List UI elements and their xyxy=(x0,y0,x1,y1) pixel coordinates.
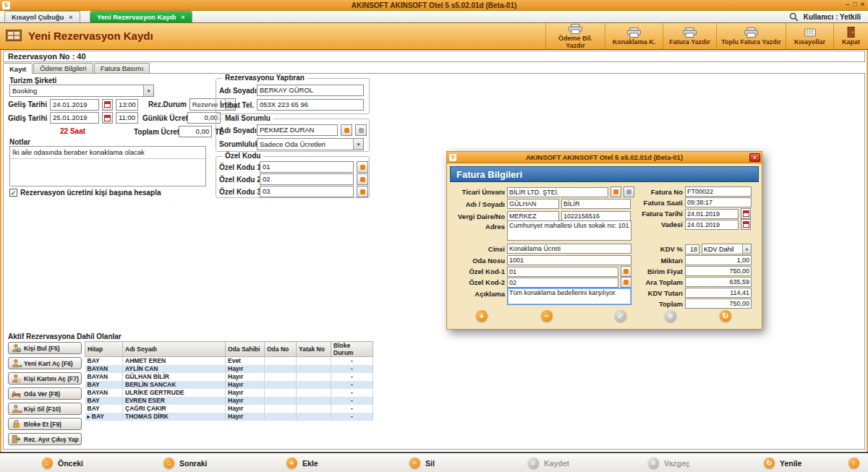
invoice-code2-lookup-button[interactable] xyxy=(621,277,631,288)
tax-office-input[interactable]: MERKEZ xyxy=(507,211,559,221)
shortcuts-button[interactable]: Kısayollar xyxy=(786,23,833,49)
print-accommodation-card-button[interactable]: Konaklama K. xyxy=(605,23,663,49)
item-type-input[interactable]: Konaklama Ücreti xyxy=(507,244,631,254)
print-bulk-invoice-button[interactable]: Toplu Fatura Yazdır xyxy=(716,23,786,49)
printer-icon xyxy=(569,24,582,34)
guest-row[interactable]: BAYBERLİN SANCAKHayır- xyxy=(85,381,373,389)
code2-lookup-button[interactable] xyxy=(357,173,368,185)
code3-lookup-button[interactable] xyxy=(357,186,368,197)
maximize-button[interactable]: □ xyxy=(853,1,856,8)
invoice-code1-input[interactable]: 01 xyxy=(507,267,618,277)
print-invoice-button[interactable]: Fatura Yazdır xyxy=(663,23,716,49)
minimize-button[interactable]: – xyxy=(846,1,849,8)
tab-fatura-basimi[interactable]: Fatura Basımı xyxy=(94,63,150,73)
dialog-close-button[interactable]: × xyxy=(749,153,760,162)
delete-person-button[interactable]: × Kişi Sil (F10) xyxy=(8,403,82,415)
booker-name-input[interactable]: BERKAY GÜROL xyxy=(257,85,364,96)
guest-row[interactable]: BAYANAYLİN CANHayır- xyxy=(85,365,373,373)
add-button[interactable]: + Ekle xyxy=(286,458,318,468)
total-input[interactable]: 750,00 xyxy=(685,299,752,309)
person-lookup-button[interactable] xyxy=(341,124,352,136)
room-number-input[interactable]: 1001 xyxy=(507,255,631,265)
print-payment-info-button[interactable]: Ödeme Bil. Yazdır xyxy=(545,23,605,49)
address-field[interactable]: Cumhuriyet mahallesi Ulus sokak no: 101 xyxy=(507,220,631,241)
company-lookup-button[interactable] xyxy=(610,186,621,197)
open-person-card-button[interactable]: Kişi Kartını Aç (F7) xyxy=(8,372,82,385)
due-date-calendar-button[interactable] xyxy=(741,219,751,230)
tab-odeme-bilgileri[interactable]: Ödeme Bilgileri xyxy=(33,63,93,73)
invoice-first-name-input[interactable]: GÜLHAN xyxy=(507,199,559,209)
vat-mode-select[interactable]: KDV Dahil ▾ xyxy=(702,244,752,254)
tax-number-input[interactable]: 1022156516 xyxy=(561,211,631,221)
vat-amount-input[interactable]: 114,41 xyxy=(685,288,752,298)
split-checkout-button[interactable]: Rez. Ayır Çıkış Yap xyxy=(8,433,82,445)
dialog-add-button[interactable]: + xyxy=(476,310,488,322)
special-code1-input[interactable]: 01 xyxy=(260,161,354,173)
unit-price-input[interactable]: 750,00 xyxy=(685,266,752,276)
per-person-checkbox[interactable]: ✓ xyxy=(9,189,17,197)
column-header[interactable]: Bloke Durum xyxy=(331,342,373,357)
column-header[interactable]: Hitap xyxy=(85,342,123,357)
refresh-button[interactable]: ↻ Yenile xyxy=(764,458,801,468)
tab-close-icon[interactable]: × xyxy=(69,14,72,21)
tab-close-icon[interactable]: × xyxy=(181,14,184,21)
close-button[interactable]: × xyxy=(861,1,864,8)
tab-kayit[interactable]: Kayıt xyxy=(3,63,33,74)
booker-phone-input[interactable]: 053X 223 65 96 xyxy=(257,99,364,111)
vat-rate-input[interactable]: 18 xyxy=(685,244,699,254)
next-button[interactable]: → Sonraki xyxy=(163,458,208,468)
invoice-no-input[interactable]: FT00022 xyxy=(685,186,752,197)
quantity-input[interactable]: 1,00 xyxy=(685,255,752,265)
due-date-input[interactable]: 24.01.2019 xyxy=(685,220,739,230)
company-clear-button[interactable] xyxy=(624,186,634,197)
checkin-time-input[interactable]: 13:00 xyxy=(116,99,138,111)
assign-room-button[interactable]: Oda Ver (F8) xyxy=(8,387,82,400)
checkin-calendar-button[interactable] xyxy=(102,99,113,111)
subtotal-input[interactable]: 635,59 xyxy=(685,277,752,287)
responsible-name-input[interactable]: PEKMEZ DURAN xyxy=(257,124,338,136)
column-header[interactable]: Oda Sahibi xyxy=(226,342,265,357)
scroll-top-button[interactable]: ↑ xyxy=(848,458,859,468)
invoice-date-calendar-button[interactable] xyxy=(741,208,751,219)
person-clear-button[interactable] xyxy=(355,124,367,136)
special-code3-input[interactable]: 03 xyxy=(260,186,354,197)
tab-yeni-rezervasyon[interactable]: Yeni Rezervasyon Kaydı × xyxy=(90,11,192,22)
block-button[interactable]: Bloke Et (F9) xyxy=(8,418,82,430)
dialog-delete-button[interactable]: − xyxy=(541,310,553,322)
column-header[interactable]: Adı Soyadı xyxy=(123,342,226,357)
checkin-date-input[interactable]: 24.01.2019 xyxy=(50,99,99,111)
column-header[interactable]: Yatak No xyxy=(297,342,331,357)
checkout-calendar-button[interactable] xyxy=(102,112,113,124)
checkout-time-input[interactable]: 11:00 xyxy=(116,112,138,124)
code1-lookup-button[interactable] xyxy=(357,161,368,173)
column-header[interactable]: Oda No xyxy=(265,342,297,357)
previous-button[interactable]: ← Önceki xyxy=(42,458,83,468)
total-rate-input[interactable]: 0,00 xyxy=(179,126,212,137)
guest-row[interactable]: BAYÇAĞRI ÇAKIRHayır- xyxy=(85,405,373,413)
notes-field[interactable]: İki aile odasında beraber konaklama olac… xyxy=(9,146,206,186)
description-field[interactable]: Tüm konaklama bedellerini karşılıyor. xyxy=(507,288,631,305)
checkout-date-input[interactable]: 25.01.2019 xyxy=(50,112,99,124)
close-page-button[interactable]: Kapat xyxy=(833,23,868,49)
invoice-code2-input[interactable]: 02 xyxy=(507,278,618,288)
button-label: Sonraki xyxy=(179,459,208,468)
dialog-refresh-button[interactable]: ↻ xyxy=(720,310,731,322)
find-person-button[interactable]: Kişi Bul (F5) xyxy=(8,342,82,354)
new-card-button[interactable]: + Yeni Kart Aç (F6) xyxy=(8,357,82,369)
guest-row[interactable]: BAYANULRİKE GERTRUDEHayır- xyxy=(85,389,373,397)
tab-kisayol-cubugu[interactable]: Kısayol Çubuğu × xyxy=(4,11,80,22)
search-icon[interactable] xyxy=(789,12,799,22)
guest-row[interactable]: BAYAHMET ERENEvet- xyxy=(85,357,373,365)
guest-row[interactable]: BAYEVREN ESERHayır- xyxy=(85,397,373,405)
invoice-code1-lookup-button[interactable] xyxy=(621,266,631,277)
agency-select[interactable]: Booking ▾ xyxy=(9,85,154,97)
invoice-date-input[interactable]: 24.01.2019 xyxy=(685,209,739,219)
company-title-input[interactable]: BİLİR LTD. ŞTEİ. xyxy=(507,187,608,197)
guest-row[interactable]: BAYANGÜLHAN BİLİRHayır- xyxy=(85,373,373,381)
responsibility-select[interactable]: Sadece Oda Ücretleri ▾ xyxy=(257,138,364,150)
delete-button[interactable]: − Sil xyxy=(409,458,435,468)
guest-row[interactable]: BAYTHOMAS DİRKHayır- xyxy=(85,413,373,421)
invoice-last-name-input[interactable]: BİLİR xyxy=(561,199,631,209)
invoice-time-input[interactable]: 09:38:17 xyxy=(685,197,752,207)
special-code2-input[interactable]: 02 xyxy=(260,173,354,185)
